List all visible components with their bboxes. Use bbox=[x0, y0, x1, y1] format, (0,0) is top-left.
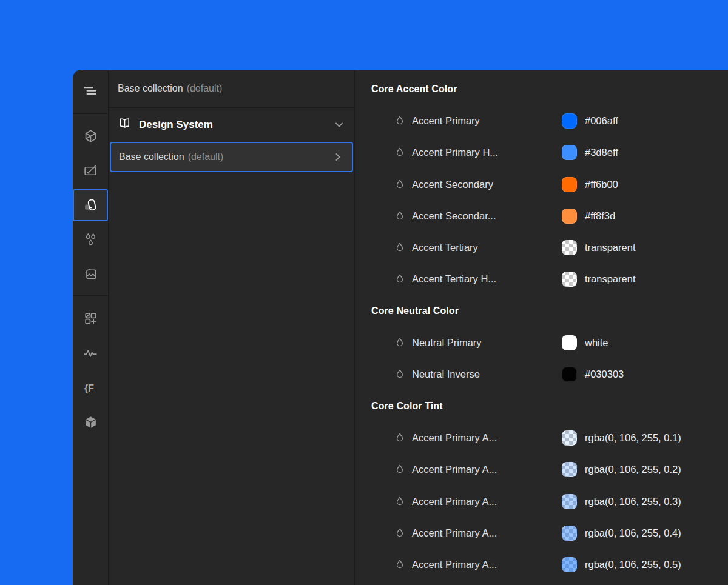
color-swatches-icon bbox=[83, 198, 98, 213]
token-row[interactable]: Neutral Inverse#030303 bbox=[355, 359, 728, 390]
token-row[interactable]: Accent Secondar...#ff8f3d bbox=[355, 200, 728, 232]
token-label: Accent Primary A... bbox=[412, 464, 562, 475]
color-swatch[interactable] bbox=[562, 209, 577, 224]
token-label: Accent Primary A... bbox=[412, 432, 562, 444]
token-label: Neutral Primary bbox=[412, 337, 562, 349]
menu-icon bbox=[83, 82, 98, 101]
sidebar-header-suffix: (default) bbox=[187, 83, 223, 94]
toolbar-item-waveform[interactable] bbox=[73, 336, 108, 370]
sidebar-header: Base collection (default) bbox=[109, 70, 354, 108]
token-row[interactable]: Accent Primary A...rgba(0, 106, 255, 0.1… bbox=[355, 422, 728, 453]
components-grid-add-icon bbox=[83, 311, 98, 326]
toolbar-item-color-swatches[interactable] bbox=[73, 189, 108, 221]
collection-label: Design System bbox=[139, 119, 213, 131]
droplet-icon bbox=[396, 211, 404, 221]
token-label: Accent Tertiary bbox=[412, 242, 562, 253]
token-label: Accent Primary A... bbox=[412, 559, 562, 570]
token-value: rgba(0, 106, 255, 0.5) bbox=[585, 559, 681, 570]
droplet-icon bbox=[396, 147, 404, 158]
droplet-icon bbox=[396, 242, 404, 253]
droplet-icon bbox=[396, 528, 404, 538]
color-swatch[interactable] bbox=[562, 335, 577, 350]
token-label: Accent Tertiary H... bbox=[412, 273, 562, 285]
droplet-icon bbox=[396, 433, 404, 443]
collection-design-system[interactable]: Design System bbox=[109, 108, 354, 142]
token-row[interactable]: Accent Primary A...rgba(0, 106, 255, 0.4… bbox=[355, 517, 728, 549]
droplet-icon bbox=[396, 369, 404, 379]
toolbar-divider bbox=[73, 295, 108, 296]
book-icon bbox=[118, 116, 132, 133]
waveform-icon bbox=[83, 346, 98, 361]
token-label: Accent Primary H... bbox=[412, 147, 562, 158]
token-value: #3d8eff bbox=[585, 147, 618, 158]
tint-overlay bbox=[562, 462, 577, 477]
color-swatch[interactable] bbox=[562, 494, 577, 509]
token-row[interactable]: Accent Secondary#ff6b00 bbox=[355, 169, 728, 200]
tint-overlay bbox=[562, 494, 577, 509]
color-swatch[interactable] bbox=[562, 430, 577, 446]
icon-toolbar: {F bbox=[73, 70, 109, 585]
token-row[interactable]: Accent Primary A...rgba(0, 106, 255, 0.3… bbox=[355, 486, 728, 517]
droplet-icon bbox=[396, 338, 404, 348]
collections-sidebar: Base collection (default) Design System … bbox=[109, 70, 355, 585]
font-variable-icon: {F bbox=[83, 380, 98, 396]
token-value: transparent bbox=[585, 242, 635, 253]
tint-overlay bbox=[562, 557, 577, 572]
token-value: rgba(0, 106, 255, 0.1) bbox=[585, 432, 681, 444]
token-row[interactable]: Accent Primary#006aff bbox=[355, 105, 728, 136]
toolbar-item-paint-canvas[interactable] bbox=[73, 153, 108, 188]
section-header: Core Accent Color bbox=[355, 73, 728, 105]
image-transparent-icon bbox=[83, 267, 98, 282]
toolbar-items: {F bbox=[73, 114, 108, 440]
svg-text:{F: {F bbox=[84, 382, 94, 393]
paint-canvas-icon bbox=[83, 163, 98, 178]
token-row[interactable]: Accent Primary H...#3d8eff bbox=[355, 137, 728, 169]
color-swatch[interactable] bbox=[562, 240, 577, 255]
token-label: Neutral Inverse bbox=[412, 369, 562, 380]
color-swatch[interactable] bbox=[562, 462, 577, 477]
token-list: Core Accent ColorAccent Primary#006affAc… bbox=[355, 70, 728, 585]
toolbar-item-cube-outline[interactable] bbox=[73, 119, 108, 153]
cube-filled-icon bbox=[83, 415, 98, 430]
color-swatch[interactable] bbox=[562, 367, 577, 382]
toolbar-item-droplets[interactable] bbox=[73, 222, 108, 257]
token-value: #ff6b00 bbox=[585, 179, 618, 190]
sidebar-item-suffix: (default) bbox=[188, 152, 224, 162]
droplet-icon bbox=[396, 274, 404, 284]
token-value: rgba(0, 106, 255, 0.2) bbox=[585, 464, 681, 475]
token-value: #006aff bbox=[585, 115, 618, 127]
section-header: Core Neutral Color bbox=[355, 295, 728, 327]
droplet-icon bbox=[396, 464, 404, 475]
menu-button[interactable] bbox=[73, 70, 108, 114]
token-value: #ff8f3d bbox=[585, 210, 615, 222]
color-swatch[interactable] bbox=[562, 526, 577, 541]
toolbar-item-font-variable[interactable]: {F bbox=[73, 370, 108, 405]
droplet-icon bbox=[396, 116, 404, 126]
token-value: #030303 bbox=[585, 369, 624, 380]
droplet-icon bbox=[396, 496, 404, 507]
token-value: transparent bbox=[585, 273, 635, 285]
toolbar-item-image-transparent[interactable] bbox=[73, 257, 108, 292]
token-row[interactable]: Accent Tertiarytransparent bbox=[355, 232, 728, 263]
color-swatch[interactable] bbox=[562, 145, 577, 160]
token-row[interactable]: Accent Tertiary H...transparent bbox=[355, 264, 728, 295]
token-label: Accent Primary bbox=[412, 115, 562, 127]
token-row[interactable]: Accent Primary A...rgba(0, 106, 255, 0.5… bbox=[355, 549, 728, 580]
tint-overlay bbox=[562, 430, 577, 446]
color-swatch[interactable] bbox=[562, 557, 577, 572]
sidebar-item-base-collection[interactable]: Base collection (default) bbox=[110, 142, 353, 172]
color-swatch[interactable] bbox=[562, 113, 577, 129]
sidebar-header-title: Base collection bbox=[118, 83, 183, 94]
color-swatch[interactable] bbox=[562, 272, 577, 287]
sidebar-item-title: Base collection bbox=[119, 152, 184, 162]
token-row[interactable]: Neutral Primarywhite bbox=[355, 327, 728, 358]
app-panel: {F Base collection (default) Design Syst… bbox=[73, 70, 728, 585]
token-label: Accent Primary A... bbox=[412, 527, 562, 539]
token-row[interactable]: Accent Primary A...rgba(0, 106, 255, 0.2… bbox=[355, 454, 728, 486]
chevron-right-icon bbox=[332, 151, 344, 163]
color-swatch[interactable] bbox=[562, 177, 577, 192]
toolbar-item-cube-filled[interactable] bbox=[73, 405, 108, 440]
toolbar-item-components-grid-add[interactable] bbox=[73, 301, 108, 336]
chevron-down-icon bbox=[333, 119, 345, 131]
cube-outline-icon bbox=[83, 129, 98, 144]
